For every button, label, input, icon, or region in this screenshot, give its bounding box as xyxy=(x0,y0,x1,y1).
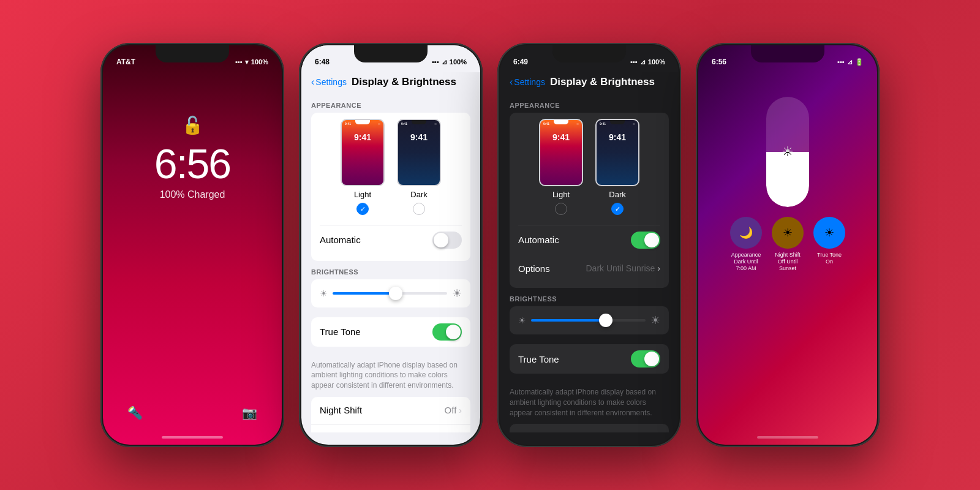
back-label: Settings xyxy=(315,77,347,87)
back-label-dark: Settings xyxy=(514,77,545,87)
options-value-row: Dark Until Sunrise › xyxy=(586,263,661,273)
brightness-track-dark[interactable] xyxy=(531,319,646,322)
nightshift-row[interactable]: Night Shift Off › xyxy=(311,397,470,424)
settings-nav-dark: ‹ Settings Display & Brightness xyxy=(500,72,679,94)
phone-settings-dark: 6:49 ▪▪▪ ⊿ 100% ‹ Settings Display & Bri… xyxy=(497,43,681,447)
brightness-section-dark: BRIGHTNESS xyxy=(500,288,679,306)
battery-status-3: 100% xyxy=(648,58,665,66)
control-center: ☀ 🌙 AppearanceDark Until7:00 AM ☀ Night … xyxy=(698,72,877,445)
options-row[interactable]: Options Dark Until Sunrise › xyxy=(510,255,669,282)
brightness-section-dark: ☀ ☀ xyxy=(500,306,679,334)
home-bar-4 xyxy=(757,436,818,439)
wifi-icon: ▾ xyxy=(245,58,249,66)
nightshift-row-dark[interactable]: Night Shift Off › xyxy=(510,424,669,432)
cc-nightshift-button[interactable]: ☀ Night ShiftOff Until Sunset xyxy=(769,217,806,271)
brightness-slider-row: ☀ ☀ xyxy=(311,279,470,307)
truetone-knob xyxy=(446,325,461,339)
phone-settings-light: 6:48 ▪▪▪ ⊿ 100% ‹ Settings Display & Bri… xyxy=(299,43,483,447)
automatic-label: Automatic xyxy=(320,235,361,245)
light-label: Light xyxy=(354,190,371,199)
status-icons-4: ▪▪▪ ⊿ 🔋 xyxy=(837,58,864,66)
slider-thumb-dark[interactable] xyxy=(599,314,612,327)
home-bar xyxy=(162,436,223,439)
options-chevron: › xyxy=(657,263,660,273)
cc-appearance-circle: 🌙 xyxy=(730,217,762,249)
autolock-row[interactable]: Auto-Lock 1 Minute › xyxy=(311,424,470,432)
back-button[interactable]: ‹ Settings xyxy=(311,77,347,88)
thumb-overlay xyxy=(342,146,383,185)
truetone-knob-dark xyxy=(644,352,659,366)
appearance-group: 9:41▪▪ 9:41 Light 9:41▪▪ xyxy=(311,113,470,261)
nightshift-value-row: Off › xyxy=(445,405,462,415)
settings-content-dark: APPEARANCE 9:41▪▪ 9:41 Light xyxy=(500,94,679,432)
truetone-toggle-dark[interactable] xyxy=(631,350,660,368)
appearance-row: 9:41▪▪ 9:41 Light 9:41▪▪ xyxy=(311,113,470,225)
lock-screen: 🔓 6:56 100% Charged xyxy=(103,72,282,445)
light-radio-dark[interactable] xyxy=(555,203,567,215)
camera-icon[interactable]: 📷 xyxy=(242,405,257,420)
dark-thumbnail: 9:41▪▪ 9:41 xyxy=(397,119,441,186)
light-radio[interactable] xyxy=(356,203,369,215)
nightshift-label: Night Shift xyxy=(320,405,362,415)
light-thumbnail-dark: 9:41▪▪ 9:41 xyxy=(539,119,583,186)
truetone-group-dark: True Tone xyxy=(510,344,669,374)
brightness-section-header: BRIGHTNESS xyxy=(301,261,480,279)
appearance-section-header-dark: APPEARANCE xyxy=(500,94,679,113)
nightshift-value: Off xyxy=(445,405,457,415)
chevron-left-icon: ‹ xyxy=(311,77,314,88)
status-icons-3: ▪▪▪ ⊿ 100% xyxy=(630,58,665,66)
sun-small-icon-dark: ☀ xyxy=(518,315,526,325)
truetone-toggle[interactable] xyxy=(432,323,462,341)
wifi-symbol: ⊿ xyxy=(442,58,447,66)
cc-nightshift-circle: ☀ xyxy=(772,217,804,249)
dark-mode-card-dark[interactable]: 9:41▪▪ 9:41 Dark xyxy=(595,119,639,215)
page-title-dark: Display & Brightness xyxy=(550,76,655,88)
dark-radio-dark[interactable] xyxy=(611,203,624,215)
truetone-group: True Tone xyxy=(311,317,470,347)
carrier: AT&T xyxy=(116,58,135,66)
thumb-time-d2: 9:41 xyxy=(540,132,582,142)
brightness-track[interactable] xyxy=(333,292,447,295)
cc-truetone-button[interactable]: ☀ True ToneOn xyxy=(813,217,845,271)
cc-appearance-button[interactable]: 🌙 AppearanceDark Until7:00 AM xyxy=(730,217,762,271)
brightness-pill-wrapper: ☀ xyxy=(766,97,809,207)
sun-small-icon: ☀ xyxy=(320,288,328,298)
cc-truetone-circle: ☀ xyxy=(813,217,845,249)
appearance-section-header: APPEARANCE xyxy=(301,94,480,113)
nightshift-icon: ☀ xyxy=(783,226,793,239)
thumb-notch-dark xyxy=(412,120,426,124)
appearance-row-dark: 9:41▪▪ 9:41 Light 9:41▪▪ xyxy=(510,113,669,225)
brightness-pill[interactable]: ☀ xyxy=(766,97,809,207)
status-icons: ▪▪▪ ⊿ 100% xyxy=(432,58,467,66)
notch xyxy=(552,45,626,62)
dark-radio[interactable] xyxy=(413,203,425,215)
slider-fill xyxy=(333,292,396,295)
slider-thumb[interactable] xyxy=(389,287,402,300)
options-value: Dark Until Sunrise xyxy=(586,263,655,273)
wifi-symbol-4: ⊿ xyxy=(847,58,853,66)
light-mode-card-dark[interactable]: 9:41▪▪ 9:41 Light xyxy=(539,119,583,215)
toggle-knob-dark xyxy=(644,233,659,247)
battery-status-4: 🔋 xyxy=(855,58,864,66)
brightness-fill xyxy=(766,152,809,207)
automatic-toggle-dark[interactable] xyxy=(631,232,660,249)
cc-buttons-row: 🌙 AppearanceDark Until7:00 AM ☀ Night Sh… xyxy=(730,217,845,271)
nightshift-group: Night Shift Off › Auto-Lock 1 Minute › R… xyxy=(311,397,470,432)
cc-appearance-label: AppearanceDark Until7:00 AM xyxy=(731,252,761,271)
thumb-time: 9:41 xyxy=(342,132,383,142)
dark-mode-card[interactable]: 9:41▪▪ 9:41 Dark xyxy=(397,119,441,215)
page-title: Display & Brightness xyxy=(352,76,456,88)
light-mode-card[interactable]: 9:41▪▪ 9:41 Light xyxy=(341,119,385,215)
light-thumbnail: 9:41▪▪ 9:41 xyxy=(341,119,385,186)
automatic-toggle[interactable] xyxy=(432,232,462,249)
brightness-section: ☀ ☀ xyxy=(301,279,480,307)
chevron-left-icon-dark: ‹ xyxy=(510,77,513,88)
notch xyxy=(354,45,428,62)
flashlight-icon[interactable]: 🔦 xyxy=(127,405,143,420)
back-button-dark[interactable]: ‹ Settings xyxy=(510,77,545,88)
dark-label: Dark xyxy=(410,190,427,199)
truetone-description: Automatically adapt iPhone display based… xyxy=(301,356,480,397)
lock-time: 6:56 xyxy=(154,143,230,184)
wifi-symbol-3: ⊿ xyxy=(640,58,646,66)
dark-thumbnail-dark: 9:41▪▪ 9:41 xyxy=(595,119,639,186)
